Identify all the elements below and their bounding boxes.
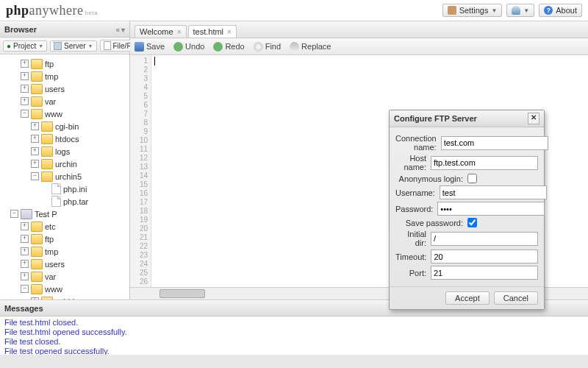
dialog-titlebar[interactable]: Configure FTP Server ✕ (390, 110, 544, 127)
expand-toggle[interactable]: + (31, 135, 39, 143)
tree-node[interactable]: php.tar (40, 196, 129, 207)
collapse-icon[interactable]: « (115, 26, 120, 34)
close-icon[interactable]: ✕ (528, 113, 539, 124)
host-name-input[interactable] (431, 156, 538, 170)
dialog-title: Configure FTP Server (394, 114, 477, 123)
expand-toggle[interactable]: + (21, 247, 29, 255)
expand-toggle[interactable]: + (31, 160, 39, 168)
username-label: Username: (395, 188, 440, 197)
file-tree[interactable]: +ftp+tmp+users+var−www+cgi-bin+htdocs+lo… (0, 54, 129, 300)
tree-label: htdocs (55, 135, 79, 144)
project-label: Project (13, 42, 36, 50)
tree-label: users (45, 260, 65, 269)
server-label: Server (64, 42, 85, 50)
tree-node[interactable]: +var (19, 96, 129, 107)
sidebar-header: Browser « ▾ (0, 21, 129, 38)
folder-icon (31, 71, 43, 82)
folder-icon (41, 146, 53, 157)
tree-label: ftp (45, 235, 54, 244)
expand-toggle[interactable]: + (21, 97, 29, 105)
server-dropdown[interactable]: Server ▼ (50, 40, 96, 52)
tree-node[interactable]: +users (19, 83, 129, 94)
tree-node[interactable]: +logs (29, 146, 129, 157)
tree-node[interactable]: +etc (19, 221, 129, 232)
user-button[interactable]: ▼ (506, 4, 534, 17)
about-button[interactable]: ? About (539, 4, 582, 17)
settings-button[interactable]: Settings ▼ (442, 4, 503, 17)
cancel-label: Cancel (503, 294, 528, 302)
folder-icon (31, 247, 43, 257)
options-icon[interactable]: ▾ (121, 26, 125, 34)
folder-icon (41, 134, 53, 144)
tree-node[interactable]: +users (19, 258, 129, 269)
file-icon (51, 183, 61, 194)
expand-toggle[interactable]: + (31, 147, 39, 155)
tree-label: cgi-bin (55, 122, 79, 131)
tree-node[interactable]: −Test P (9, 208, 129, 219)
cancel-button[interactable]: Cancel (494, 291, 538, 305)
expand-toggle[interactable]: + (21, 72, 29, 80)
tree-node[interactable]: +htdocs (29, 133, 129, 144)
tree-node[interactable]: +ftp (19, 58, 129, 69)
connection-name-input[interactable] (441, 136, 548, 150)
tree-label: urchin5 (55, 172, 82, 181)
anonymous-checkbox[interactable] (467, 174, 477, 183)
tree-node[interactable]: +cgi-bin (29, 296, 129, 300)
initial-dir-input[interactable] (431, 232, 538, 246)
wrench-icon (448, 6, 456, 15)
file-icon (104, 41, 111, 50)
tree-node[interactable]: +tmp (19, 246, 129, 257)
server-icon (54, 42, 62, 50)
expand-toggle[interactable]: − (21, 110, 29, 118)
save-password-checkbox[interactable] (467, 218, 477, 227)
expand-toggle[interactable]: + (21, 272, 29, 280)
expand-toggle[interactable]: + (21, 85, 29, 93)
expand-toggle[interactable]: + (21, 222, 29, 230)
tree-node[interactable]: +cgi-bin (29, 121, 129, 132)
initial-dir-label: Initial dir: (395, 230, 431, 247)
expand-toggle[interactable]: + (21, 260, 29, 268)
username-input[interactable] (440, 185, 547, 199)
tree-node[interactable]: −www (19, 108, 129, 119)
expand-toggle[interactable]: − (10, 210, 18, 218)
expand-toggle[interactable]: − (31, 172, 39, 180)
chevron-down-icon: ▼ (491, 7, 497, 14)
logo-light: anywhere (29, 3, 84, 18)
project-icon: ● (7, 42, 11, 50)
message-line: File test.html opened successfully. (4, 328, 584, 337)
tree-node[interactable]: +tmp (19, 71, 129, 82)
main-area: Browser « ▾ ● Project ▼ Server ▼ File/Fo… (0, 21, 588, 300)
folder-icon (31, 84, 43, 94)
about-label: About (556, 6, 577, 15)
tree-node[interactable]: php.ini (40, 183, 129, 194)
tree-node[interactable]: −urchin5 (29, 171, 129, 182)
port-input[interactable] (431, 266, 538, 280)
tree-label: php.tar (63, 197, 88, 206)
message-line: File test opened successfully. (4, 347, 584, 355)
host-icon (21, 209, 32, 219)
tree-node[interactable]: −www (19, 283, 129, 294)
sidebar-toolbar: ● Project ▼ Server ▼ File/Folder ▼ (0, 38, 129, 54)
chevron-down-icon: ▼ (38, 43, 43, 49)
expand-toggle[interactable]: − (21, 285, 29, 293)
tree-node[interactable]: +ftp (19, 233, 129, 244)
expand-toggle[interactable]: + (31, 297, 39, 300)
tree-node[interactable]: +urchin (29, 158, 129, 169)
expand-toggle[interactable]: + (21, 235, 29, 243)
tree-node[interactable]: +var (19, 271, 129, 282)
password-input[interactable] (437, 202, 545, 216)
folder-icon (41, 297, 53, 300)
folder-icon (31, 222, 43, 232)
timeout-input[interactable] (431, 250, 538, 263)
tree-label: php.ini (63, 185, 87, 194)
expand-toggle[interactable]: + (31, 122, 39, 130)
logo-beta: beta (85, 10, 98, 16)
anonymous-label: Anonymous login: (395, 174, 467, 183)
file-icon (51, 196, 61, 207)
dialog-buttons: Accept Cancel (390, 286, 544, 309)
folder-icon (41, 159, 53, 169)
expand-toggle[interactable]: + (21, 60, 29, 68)
tree-label: Test P (35, 210, 57, 219)
accept-button[interactable]: Accept (445, 291, 490, 305)
project-dropdown[interactable]: ● Project ▼ (3, 40, 47, 52)
